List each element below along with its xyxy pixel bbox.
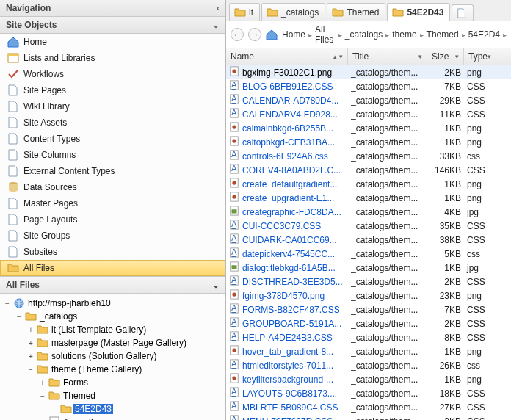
file-name-link[interactable]: create_upgradient-E1... xyxy=(242,193,334,203)
file-row[interactable]: calmainbkgd-6B255B..._catalogs/them...1K… xyxy=(226,121,511,135)
file-name-link[interactable]: datepickerv4-7545CC... xyxy=(242,249,335,259)
all-files-header[interactable]: All Files ⌄ xyxy=(0,276,225,294)
file-name-link[interactable]: GROUPBOARD-5191A... xyxy=(242,319,341,329)
expand-icon[interactable]: + xyxy=(38,378,47,387)
tree-item[interactable]: 54E2D43 xyxy=(3,402,222,416)
tree-item[interactable]: −Themed xyxy=(3,389,222,402)
file-name-link[interactable]: htmleditorstyles-7011... xyxy=(242,361,333,371)
breadcrumb-item[interactable]: Home xyxy=(282,29,305,40)
file-row[interactable]: CUIDARK-CA01CC69..._catalogs/them...38KB… xyxy=(226,233,511,247)
file-row[interactable]: COREV4-8A0ABD2F.C..._catalogs/them...146… xyxy=(226,163,511,177)
file-row[interactable]: datepickerv4-7545CC..._catalogs/them...5… xyxy=(226,247,511,261)
file-row[interactable]: bgximg-F30102C1.png_catalogs/them...2KBp… xyxy=(226,65,511,79)
collapse-icon[interactable]: − xyxy=(15,312,23,321)
expand-icon[interactable]: + xyxy=(26,352,35,361)
file-row[interactable]: CALENDARV4-FD928..._catalogs/them...11KB… xyxy=(226,107,511,121)
sidebar-item-site-pages[interactable]: Site Pages xyxy=(0,82,225,98)
file-name-link[interactable]: calmainbkgd-6B255B... xyxy=(242,123,333,134)
tree-item[interactable]: −_catalogs xyxy=(3,310,222,323)
file-name-link[interactable]: creategraphic-FDC8DA... xyxy=(242,207,341,217)
file-name-link[interactable]: DISCTHREAD-3EE3D5... xyxy=(242,277,343,287)
file-name-link[interactable]: fgimg-378D4570.png xyxy=(242,291,325,301)
file-row[interactable]: MBLRTE-5B089C4.CSS_catalogs/them...27KBC… xyxy=(226,400,511,414)
file-name-link[interactable]: CUI-CCC3C79.CSS xyxy=(242,221,321,231)
column-header-size[interactable]: Size▾ xyxy=(427,48,464,65)
file-name-link[interactable]: LAYOUTS-9C6B8173.... xyxy=(242,388,337,399)
file-row[interactable]: GROUPBOARD-5191A..._catalogs/them...2KBC… xyxy=(226,316,511,330)
file-name-link[interactable]: caltopbkgd-CEB31BA... xyxy=(242,137,335,148)
sidebar-item-all-files[interactable]: All Files xyxy=(0,260,225,276)
file-name-link[interactable]: dialogtitlebkgd-61A5B... xyxy=(242,263,336,273)
file-name-link[interactable]: CUIDARK-CA01CC69... xyxy=(242,235,337,245)
sidebar-item-external-content-types[interactable]: External Content Types xyxy=(0,163,225,179)
tab-_catalogs[interactable]: _catalogs xyxy=(261,3,325,21)
file-row[interactable]: CALENDAR-AD780D4..._catalogs/them...29KB… xyxy=(226,93,511,107)
file-row[interactable]: FORMS-B82CF487.CSS_catalogs/them...7KBCS… xyxy=(226,303,511,316)
tree-item[interactable]: −http://msp-jharbieh10 xyxy=(3,297,222,310)
file-name-link[interactable]: HELP-A4DE24B3.CSS xyxy=(242,333,333,343)
expand-icon[interactable]: + xyxy=(26,325,35,334)
tree-item[interactable]: +masterpage (Master Page Gallery) xyxy=(3,336,222,350)
file-name-link[interactable]: MBLRTE-5B089C4.CSS xyxy=(242,402,338,413)
file-name-link[interactable]: CALENDARV4-FD928... xyxy=(242,109,338,120)
file-row[interactable]: creategraphic-FDC8DA..._catalogs/them...… xyxy=(226,205,511,219)
file-row[interactable]: DISCTHREAD-3EE3D5..._catalogs/them...2KB… xyxy=(226,275,511,289)
file-name-link[interactable]: BLOG-6BFB91E2.CSS xyxy=(242,82,333,92)
file-name-link[interactable]: COREV4-8A0ABD2F.C... xyxy=(242,165,341,175)
new-tab-button[interactable] xyxy=(452,4,474,21)
file-row[interactable]: create_upgradient-E1..._catalogs/them...… xyxy=(226,191,511,205)
file-row[interactable]: fgimg-378D4570.png_catalogs/them...23KBp… xyxy=(226,289,511,303)
sidebar-item-subsites[interactable]: Subsites xyxy=(0,244,225,260)
sidebar-item-site-columns[interactable]: Site Columns xyxy=(0,147,225,163)
collapse-icon[interactable]: − xyxy=(38,391,47,400)
breadcrumb-item[interactable]: _catalogs xyxy=(345,29,383,40)
file-name-link[interactable]: bgximg-F30102C1.png xyxy=(242,68,332,78)
sidebar-item-home[interactable]: Home xyxy=(0,34,225,50)
sidebar-item-wiki-library[interactable]: Wiki Library xyxy=(0,98,225,115)
file-row[interactable]: CUI-CCC3C79.CSS_catalogs/them...35KBCSS xyxy=(226,219,511,233)
file-name-link[interactable]: FORMS-B82CF487.CSS xyxy=(242,305,340,315)
file-row[interactable]: dialogtitlebkgd-61A5B..._catalogs/them..… xyxy=(226,261,511,275)
navigation-header[interactable]: Navigation ‹ xyxy=(0,0,225,17)
file-row[interactable]: BLOG-6BFB91E2.CSS_catalogs/them...7KBCSS xyxy=(226,79,511,93)
file-row[interactable]: hover_tab_gradient-8..._catalogs/them...… xyxy=(226,344,511,358)
file-row[interactable]: controls-6E924A6.css_catalogs/them...33K… xyxy=(226,149,511,163)
file-name-link[interactable]: hover_tab_gradient-8... xyxy=(242,347,333,357)
file-row[interactable]: htmleditorstyles-7011..._catalogs/them..… xyxy=(226,358,511,372)
tab-lt[interactable]: lt xyxy=(229,3,260,21)
tab-54e2d43[interactable]: 54E2D43 xyxy=(387,3,450,21)
column-header-title[interactable]: Title▾ xyxy=(348,48,427,65)
back-button[interactable]: ← xyxy=(231,28,244,41)
sidebar-item-data-sources[interactable]: Data Sources xyxy=(0,179,225,195)
sidebar-item-master-pages[interactable]: Master Pages xyxy=(0,195,225,211)
sidebar-item-lists-and-libraries[interactable]: Lists and Libraries xyxy=(0,50,225,66)
tree-item[interactable]: +lt (List Template Gallery) xyxy=(3,323,222,336)
file-row[interactable]: keyfiltersbackground-..._catalogs/them..… xyxy=(226,372,511,386)
file-row[interactable]: MENU-70F7667D.CSS_catalogs/them...3KBCSS xyxy=(226,414,511,420)
tree-item[interactable]: +solutions (Solution Gallery) xyxy=(3,350,222,363)
sidebar-item-workflows[interactable]: Workflows xyxy=(0,66,225,82)
sidebar-item-site-groups[interactable]: Site Groups xyxy=(0,228,225,244)
file-name-link[interactable]: controls-6E924A6.css xyxy=(242,151,328,162)
file-row[interactable]: LAYOUTS-9C6B8173...._catalogs/them...18K… xyxy=(226,386,511,400)
file-name-link[interactable]: MENU-70F7667D.CSS xyxy=(242,416,333,421)
file-name-link[interactable]: keyfiltersbackground-... xyxy=(242,374,333,385)
file-name-link[interactable]: CALENDAR-AD780D4... xyxy=(242,95,338,106)
tree-item[interactable]: Azure.thmx xyxy=(3,416,222,420)
sidebar-item-page-layouts[interactable]: Page Layouts xyxy=(0,211,225,228)
tab-themed[interactable]: Themed xyxy=(327,3,385,21)
expand-icon[interactable]: + xyxy=(26,338,35,347)
file-name-link[interactable]: create_defaultgradient... xyxy=(242,179,337,189)
tree-item[interactable]: −theme (Theme Gallery) xyxy=(3,363,222,376)
breadcrumb-item[interactable]: All Files xyxy=(315,24,336,45)
collapse-icon[interactable]: − xyxy=(26,365,35,374)
sidebar-item-content-types[interactable]: Content Types xyxy=(0,131,225,147)
column-header-name[interactable]: Name▴ ▾ xyxy=(226,48,348,65)
forward-button[interactable]: → xyxy=(248,28,261,41)
column-header-type[interactable]: Type▾ xyxy=(464,48,496,65)
file-row[interactable]: HELP-A4DE24B3.CSS_catalogs/them...8KBCSS xyxy=(226,330,511,344)
site-objects-header[interactable]: Site Objects ⌄ xyxy=(0,17,225,34)
tree-item[interactable]: +Forms xyxy=(3,376,222,389)
file-row[interactable]: caltopbkgd-CEB31BA..._catalogs/them...1K… xyxy=(226,135,511,149)
breadcrumb-item[interactable]: Themed xyxy=(427,29,459,40)
